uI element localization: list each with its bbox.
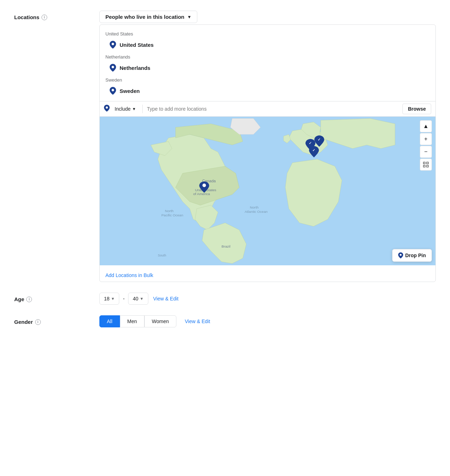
map-controls: ▲ + − <box>420 120 432 171</box>
gender-controls: All Men Women <box>99 315 176 327</box>
svg-rect-18 <box>427 165 428 167</box>
age-min-chevron-icon: ▼ <box>111 297 115 301</box>
gender-men-button[interactable]: Men <box>120 315 144 327</box>
age-row: Age i 18 ▼ - 40 ▼ View & Edit <box>14 293 436 305</box>
svg-text:✓: ✓ <box>318 138 320 142</box>
svg-text:Atlantic Ocean: Atlantic Ocean <box>245 210 268 214</box>
location-group-se: Sweden <box>100 74 435 84</box>
location-group-us: United States <box>100 28 435 38</box>
map-zoom-out-button[interactable]: − <box>420 146 432 158</box>
svg-text:Pacific Ocean: Pacific Ocean <box>161 213 183 217</box>
map-container: Canada United States of America North Pa… <box>100 116 435 265</box>
page-container: Locations i People who live in this loca… <box>0 0 450 349</box>
svg-text:North: North <box>165 209 174 213</box>
locations-label: Locations i <box>14 11 99 20</box>
svg-text:✓: ✓ <box>202 183 205 187</box>
map-fullscreen-button[interactable] <box>420 159 432 171</box>
age-max-value: 40 <box>133 296 138 301</box>
age-separator: - <box>123 296 125 301</box>
drop-pin-label: Drop Pin <box>405 253 426 258</box>
gender-controls-wrapper: All Men Women View & Edit <box>99 315 436 327</box>
add-bulk-container: Add Locations in Bulk <box>100 265 435 282</box>
pin-icon-us <box>110 41 116 49</box>
svg-text:Brazil: Brazil <box>221 244 230 248</box>
include-dropdown[interactable]: Include ▼ <box>112 105 138 113</box>
age-min-select[interactable]: 18 ▼ <box>99 293 119 305</box>
pin-icon-se <box>110 87 116 95</box>
map-zoom-in-button[interactable]: + <box>420 133 432 145</box>
svg-text:✓: ✓ <box>309 141 312 145</box>
location-item-us-name: United States <box>120 42 154 48</box>
gender-row: Gender i All Men Women View & Edit <box>14 315 436 327</box>
gender-info-icon[interactable]: i <box>35 319 41 325</box>
include-bar: Include ▼ Browse <box>100 101 435 116</box>
age-min-value: 18 <box>104 296 110 301</box>
age-max-chevron-icon: ▼ <box>140 297 144 301</box>
gender-all-button[interactable]: All <box>99 315 120 327</box>
age-controls: 18 ▼ - 40 ▼ View & Edit <box>99 293 436 305</box>
age-max-select[interactable]: 40 ▼ <box>128 293 148 305</box>
locations-label-text: Locations <box>14 14 39 20</box>
map-svg: Canada United States of America North Pa… <box>100 117 435 265</box>
age-info-icon[interactable]: i <box>26 297 32 302</box>
gender-content: All Men Women View & Edit <box>99 315 436 327</box>
gender-women-button[interactable]: Women <box>144 315 176 327</box>
include-pin-icon <box>104 105 110 113</box>
browse-button[interactable]: Browse <box>402 104 431 114</box>
age-content: 18 ▼ - 40 ▼ View & Edit <box>99 293 436 305</box>
gender-label: Gender i <box>14 315 99 325</box>
location-item-us[interactable]: United States <box>100 38 435 51</box>
include-chevron-icon: ▼ <box>132 107 136 111</box>
add-bulk-link[interactable]: Add Locations in Bulk <box>105 272 153 278</box>
locations-list: United States United States Netherlands <box>100 25 435 101</box>
location-group-nl: Netherlands <box>100 51 435 61</box>
age-label-text: Age <box>14 296 24 302</box>
svg-text:✓: ✓ <box>312 148 315 152</box>
location-item-nl-name: Netherlands <box>120 65 150 71</box>
map-scroll-up-button[interactable]: ▲ <box>420 120 432 132</box>
pin-icon-nl <box>110 64 116 72</box>
svg-text:of America: of America <box>193 192 210 196</box>
svg-rect-16 <box>427 162 428 164</box>
svg-rect-17 <box>423 165 425 167</box>
age-label: Age i <box>14 293 99 302</box>
location-item-se[interactable]: Sweden <box>100 84 435 98</box>
gender-view-edit-link[interactable]: View & Edit <box>185 319 210 324</box>
location-dropdown-label: People who live in this location <box>105 14 185 20</box>
locations-panel: United States United States Netherlands <box>99 24 436 282</box>
svg-text:South: South <box>158 254 166 257</box>
location-item-nl[interactable]: Netherlands <box>100 61 435 74</box>
dropdown-arrow-icon: ▼ <box>187 15 192 20</box>
svg-rect-15 <box>423 162 425 164</box>
age-view-edit-link[interactable]: View & Edit <box>153 296 179 301</box>
gender-label-text: Gender <box>14 319 33 325</box>
location-search-input[interactable] <box>147 106 400 112</box>
location-dropdown-button[interactable]: People who live in this location ▼ <box>99 11 197 23</box>
drop-pin-button[interactable]: Drop Pin <box>392 249 432 262</box>
svg-text:North: North <box>250 205 258 209</box>
location-item-se-name: Sweden <box>120 88 140 94</box>
include-label: Include <box>115 106 131 112</box>
include-divider <box>142 105 143 113</box>
locations-content: People who live in this location ▼ Unite… <box>99 11 436 282</box>
locations-info-icon[interactable]: i <box>42 15 47 20</box>
locations-row: Locations i People who live in this loca… <box>14 11 436 282</box>
